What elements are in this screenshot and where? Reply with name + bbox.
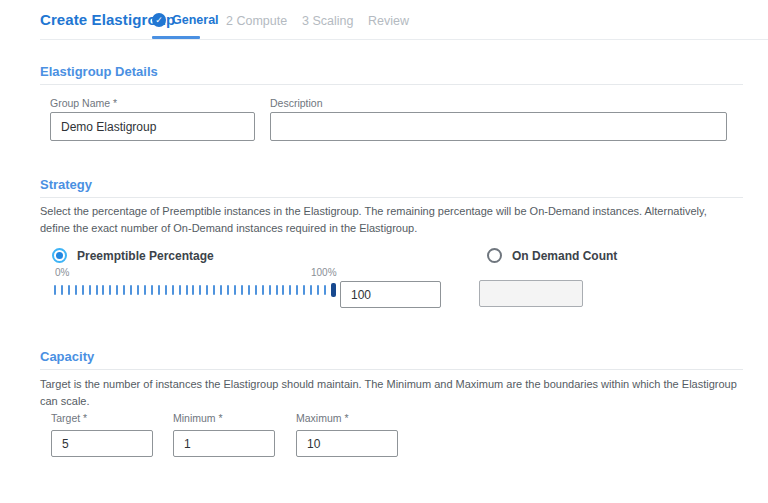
capacity-description: Target is the number of instances the El… — [40, 376, 740, 410]
active-tab-underline — [152, 36, 200, 39]
radio-selected-icon — [52, 248, 67, 263]
tab-review[interactable]: Review — [368, 14, 409, 28]
preemptible-percentage-label: Preemptible Percentage — [77, 249, 214, 263]
slider-min-label: 0% — [55, 267, 69, 278]
maximum-label: Maximum * — [296, 412, 349, 424]
group-name-label: Group Name * — [50, 97, 117, 109]
details-section-heading: Elastigroup Details — [40, 64, 158, 79]
tab-compute[interactable]: 2 Compute — [226, 14, 287, 28]
description-input[interactable] — [270, 112, 727, 141]
tab-general-label: General — [172, 13, 219, 27]
preemptible-slider[interactable] — [54, 283, 336, 297]
on-demand-count-label: On Demand Count — [512, 249, 617, 263]
maximum-input[interactable] — [296, 430, 398, 457]
section-divider — [40, 84, 743, 85]
on-demand-count-radio[interactable]: On Demand Count — [487, 248, 617, 263]
minimum-input[interactable] — [173, 430, 275, 457]
group-name-input[interactable] — [50, 112, 255, 141]
tab-scaling[interactable]: 3 Scaling — [302, 14, 353, 28]
slider-max-label: 100% — [311, 267, 337, 278]
target-input[interactable] — [51, 430, 153, 457]
slider-handle[interactable] — [331, 283, 336, 297]
section-divider — [40, 369, 743, 370]
on-demand-count-input[interactable] — [479, 280, 583, 307]
preemptible-percentage-input[interactable] — [340, 281, 441, 308]
tab-general[interactable]: ✓ General — [152, 13, 219, 27]
create-elastigroup-page: Create Elastigroup ✓ General 2 Compute 3… — [0, 0, 768, 503]
strategy-description: Select the percentage of Preemptible ins… — [40, 203, 726, 237]
capacity-section-heading: Capacity — [40, 349, 94, 364]
check-circle-icon: ✓ — [152, 13, 166, 27]
radio-unselected-icon — [487, 248, 502, 263]
target-label: Target * — [51, 412, 87, 424]
section-divider — [40, 197, 743, 198]
description-label: Description — [270, 97, 323, 109]
minimum-label: Minimum * — [173, 412, 223, 424]
strategy-section-heading: Strategy — [40, 177, 92, 192]
preemptible-percentage-radio[interactable]: Preemptible Percentage — [52, 248, 214, 263]
header-divider — [40, 39, 768, 40]
